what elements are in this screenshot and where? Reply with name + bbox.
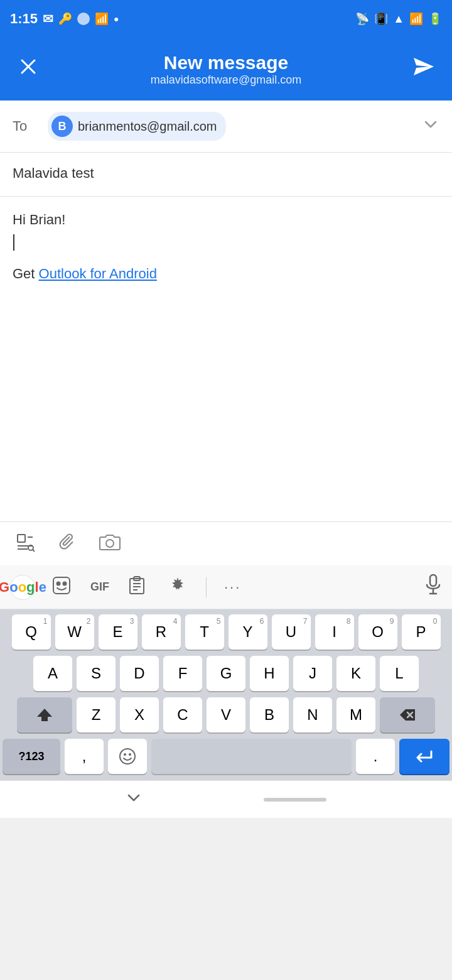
key-w[interactable]: W2 bbox=[55, 614, 94, 650]
key-y[interactable]: Y6 bbox=[229, 614, 267, 650]
svg-point-11 bbox=[57, 582, 60, 585]
backspace-key[interactable] bbox=[380, 697, 435, 732]
key-e[interactable]: E3 bbox=[99, 614, 137, 650]
svg-rect-3 bbox=[18, 535, 25, 542]
vibrate-icon: 📳 bbox=[374, 12, 388, 26]
subject-value: Malavida test bbox=[13, 165, 94, 181]
svg-point-9 bbox=[106, 540, 114, 547]
keyboard-row-4: ?123 , . bbox=[3, 739, 449, 774]
signature-line: Get Outlook for Android bbox=[13, 263, 439, 284]
home-indicator bbox=[264, 798, 326, 802]
svg-point-12 bbox=[63, 582, 67, 585]
google-logo[interactable]: Google bbox=[10, 575, 35, 600]
wifi-icon: ▲ bbox=[393, 13, 404, 26]
key-l[interactable]: L bbox=[380, 656, 419, 691]
key-f[interactable]: F bbox=[163, 656, 202, 691]
key-h[interactable]: H bbox=[250, 656, 289, 691]
dot-icon: ● bbox=[114, 14, 119, 24]
close-button[interactable] bbox=[13, 57, 44, 82]
cellular-icon: 📶 bbox=[409, 12, 423, 26]
expand-recipients-icon[interactable] bbox=[422, 116, 439, 137]
key-n[interactable]: N bbox=[293, 697, 332, 732]
svg-rect-10 bbox=[53, 577, 70, 594]
text-cursor bbox=[13, 234, 14, 251]
clipboard-icon[interactable] bbox=[122, 572, 152, 603]
enter-key[interactable] bbox=[399, 739, 449, 774]
compose-account: malavidasoftware@gmail.com bbox=[151, 74, 301, 87]
sticker-icon[interactable] bbox=[45, 572, 78, 603]
gmail-icon: ✉ bbox=[43, 11, 53, 26]
battery-icon: 🔋 bbox=[428, 12, 442, 26]
nav-down-arrow[interactable] bbox=[126, 790, 142, 810]
compose-toolbar bbox=[0, 521, 452, 567]
key-r[interactable]: R4 bbox=[142, 614, 181, 650]
key-icon: 🔑 bbox=[58, 12, 72, 26]
key-p[interactable]: P0 bbox=[402, 614, 441, 650]
svg-point-25 bbox=[120, 749, 135, 764]
key-o[interactable]: O9 bbox=[358, 614, 397, 650]
svg-point-26 bbox=[124, 753, 126, 756]
camera-icon[interactable] bbox=[99, 533, 121, 556]
number-switch-key[interactable]: ?123 bbox=[3, 739, 60, 774]
key-b[interactable]: B bbox=[250, 697, 289, 732]
svg-rect-19 bbox=[430, 575, 436, 586]
recipient-avatar: B bbox=[51, 116, 73, 137]
keyboard-toolbar: Google GIF bbox=[0, 565, 452, 609]
status-time-section: 1:15 ✉ 🔑 📶 ● bbox=[10, 11, 119, 27]
space-key[interactable] bbox=[151, 739, 352, 774]
more-options-button[interactable]: ··· bbox=[219, 575, 246, 599]
recipient-chip[interactable]: B brianmentos@gmail.com bbox=[48, 112, 226, 141]
key-i[interactable]: I8 bbox=[315, 614, 354, 650]
subject-field[interactable]: Malavida test bbox=[0, 153, 452, 197]
key-a[interactable]: A bbox=[33, 656, 72, 691]
toolbar-divider bbox=[206, 577, 207, 597]
key-c[interactable]: C bbox=[163, 697, 202, 732]
keyboard-keys: Q1 W2 E3 R4 T5 Y6 U7 I8 O9 P0 A S D F G … bbox=[0, 609, 452, 780]
svg-marker-2 bbox=[414, 58, 434, 75]
key-u[interactable]: U7 bbox=[272, 614, 311, 650]
header-title-section: New message malavidasoftware@gmail.com bbox=[44, 52, 408, 87]
key-q[interactable]: Q1 bbox=[12, 614, 51, 650]
circle-icon bbox=[77, 13, 90, 25]
key-d[interactable]: D bbox=[120, 656, 159, 691]
emoji-key[interactable] bbox=[108, 739, 147, 774]
to-field[interactable]: To B brianmentos@gmail.com bbox=[0, 101, 452, 153]
key-m[interactable]: M bbox=[336, 697, 375, 732]
keyboard-area: Google GIF bbox=[0, 565, 452, 980]
bottom-nav-bar bbox=[0, 780, 452, 818]
cast-icon: 📡 bbox=[355, 12, 369, 26]
compose-title: New message bbox=[164, 52, 288, 74]
send-button[interactable] bbox=[408, 55, 439, 84]
keyboard-row-1: Q1 W2 E3 R4 T5 Y6 U7 I8 O9 P0 bbox=[3, 614, 449, 650]
outlook-link[interactable]: Outlook for Android bbox=[39, 266, 157, 281]
keyboard-row-2: A S D F G H J K L bbox=[3, 656, 449, 691]
keyboard-row-3: Z X C V B N M bbox=[3, 697, 449, 732]
status-bar: 1:15 ✉ 🔑 📶 ● 📡 📳 ▲ 📶 🔋 bbox=[0, 0, 452, 38]
period-key[interactable]: . bbox=[356, 739, 395, 774]
key-s[interactable]: S bbox=[77, 656, 116, 691]
key-t[interactable]: T5 bbox=[185, 614, 224, 650]
status-icons-right: 📡 📳 ▲ 📶 🔋 bbox=[355, 12, 442, 26]
key-v[interactable]: V bbox=[207, 697, 245, 732]
gif-button[interactable]: GIF bbox=[88, 577, 112, 597]
body-content: Hi Brian! Get Outlook for Android bbox=[13, 209, 439, 284]
comma-key[interactable]: , bbox=[65, 739, 104, 774]
key-k[interactable]: K bbox=[336, 656, 375, 691]
key-g[interactable]: G bbox=[207, 656, 245, 691]
shift-key[interactable] bbox=[17, 697, 72, 732]
settings-icon[interactable] bbox=[162, 572, 193, 602]
body-field[interactable]: Hi Brian! Get Outlook for Android bbox=[0, 197, 452, 410]
microphone-button[interactable] bbox=[424, 574, 442, 601]
attach-icon[interactable] bbox=[58, 532, 77, 557]
status-time: 1:15 bbox=[10, 11, 38, 27]
compose-header: New message malavidasoftware@gmail.com bbox=[0, 38, 452, 101]
cursor-area bbox=[13, 231, 439, 252]
key-j[interactable]: J bbox=[293, 656, 332, 691]
to-label: To bbox=[13, 118, 38, 134]
signal-icon: 📶 bbox=[95, 12, 109, 26]
body-line1: Hi Brian! bbox=[13, 209, 439, 230]
svg-point-27 bbox=[129, 753, 131, 756]
key-z[interactable]: Z bbox=[77, 697, 116, 732]
key-x[interactable]: X bbox=[120, 697, 159, 732]
format-icon[interactable] bbox=[15, 532, 35, 557]
